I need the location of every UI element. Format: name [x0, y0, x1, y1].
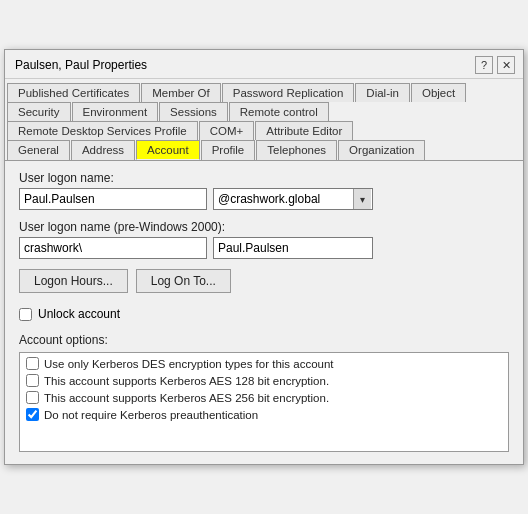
tab-published-certificates[interactable]: Published Certificates [7, 83, 140, 102]
tab-sessions[interactable]: Sessions [159, 102, 228, 121]
tab-row-1: Published Certificates Member Of Passwor… [5, 79, 523, 102]
tab-row-3: Remote Desktop Services Profile COM+ Att… [5, 121, 523, 140]
account-options-label: Account options: [19, 333, 509, 347]
option-checkbox-1[interactable] [26, 374, 39, 387]
logon-hours-button[interactable]: Logon Hours... [19, 269, 128, 293]
logon-name-input[interactable] [19, 188, 207, 210]
tab-environment[interactable]: Environment [72, 102, 159, 121]
tab-security[interactable]: Security [7, 102, 71, 121]
tabs-container: Published Certificates Member Of Passwor… [5, 79, 523, 161]
tab-rdservices-profile[interactable]: Remote Desktop Services Profile [7, 121, 198, 140]
logon-name-label: User logon name: [19, 171, 509, 185]
account-content: User logon name: @crashwork.global ▾ Use… [5, 161, 523, 464]
option-checkbox-3[interactable] [26, 408, 39, 421]
pre2000-username-input[interactable] [213, 237, 373, 259]
tab-address[interactable]: Address [71, 140, 135, 160]
unlock-account-row: Unlock account [19, 307, 509, 321]
option-checkbox-0[interactable] [26, 357, 39, 370]
tab-row-4: General Address Account Profile Telephon… [5, 140, 523, 160]
tab-profile[interactable]: Profile [201, 140, 256, 160]
option-label-3: Do not require Kerberos preauthenticatio… [44, 409, 258, 421]
option-item-0: Use only Kerberos DES encryption types f… [20, 355, 508, 372]
logon-name-section: User logon name: @crashwork.global ▾ [19, 171, 509, 210]
tab-account[interactable]: Account [136, 140, 200, 160]
close-button[interactable]: ✕ [497, 56, 515, 74]
option-label-0: Use only Kerberos DES encryption types f… [44, 358, 334, 370]
help-button[interactable]: ? [475, 56, 493, 74]
tab-organization[interactable]: Organization [338, 140, 425, 160]
tab-general[interactable]: General [7, 140, 70, 160]
tab-row-2: Security Environment Sessions Remote con… [5, 102, 523, 121]
tab-member-of[interactable]: Member Of [141, 83, 221, 102]
properties-window: Paulsen, Paul Properties ? ✕ Published C… [4, 49, 524, 465]
button-row: Logon Hours... Log On To... [19, 269, 509, 293]
tab-object[interactable]: Object [411, 83, 466, 102]
title-bar-controls: ? ✕ [475, 56, 515, 74]
tab-dial-in[interactable]: Dial-in [355, 83, 410, 102]
tab-remote-control[interactable]: Remote control [229, 102, 329, 121]
option-checkbox-2[interactable] [26, 391, 39, 404]
window-title: Paulsen, Paul Properties [15, 58, 147, 72]
logon-name-row: @crashwork.global ▾ [19, 188, 509, 210]
tab-telephones[interactable]: Telephones [256, 140, 337, 160]
tab-attribute-editor[interactable]: Attribute Editor [255, 121, 353, 140]
option-item-2: This account supports Kerberos AES 256 b… [20, 389, 508, 406]
account-options-box: Use only Kerberos DES encryption types f… [19, 352, 509, 452]
pre2000-row [19, 237, 509, 259]
pre2000-domain-input[interactable] [19, 237, 207, 259]
tab-password-replication[interactable]: Password Replication [222, 83, 355, 102]
title-bar: Paulsen, Paul Properties ? ✕ [5, 50, 523, 79]
unlock-account-checkbox[interactable] [19, 308, 32, 321]
domain-select-wrapper: @crashwork.global ▾ [213, 188, 373, 210]
pre2000-label: User logon name (pre-Windows 2000): [19, 220, 509, 234]
option-label-2: This account supports Kerberos AES 256 b… [44, 392, 329, 404]
domain-select[interactable]: @crashwork.global [213, 188, 373, 210]
pre2000-section: User logon name (pre-Windows 2000): [19, 220, 509, 259]
option-label-1: This account supports Kerberos AES 128 b… [44, 375, 329, 387]
unlock-account-label: Unlock account [38, 307, 120, 321]
option-item-3: Do not require Kerberos preauthenticatio… [20, 406, 508, 423]
logon-to-button[interactable]: Log On To... [136, 269, 231, 293]
option-item-1: This account supports Kerberos AES 128 b… [20, 372, 508, 389]
tab-com[interactable]: COM+ [199, 121, 255, 140]
